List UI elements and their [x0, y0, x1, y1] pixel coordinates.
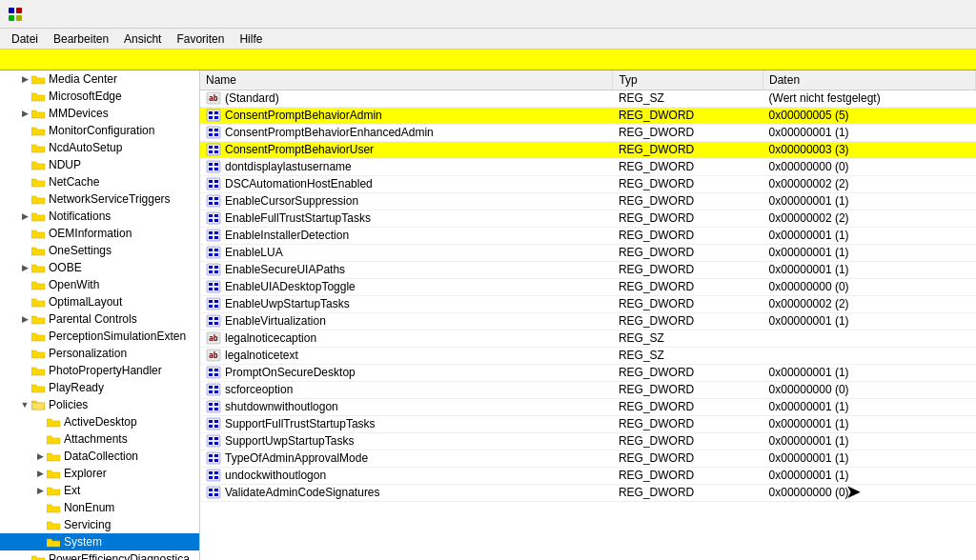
menu-item-favoriten[interactable]: Favoriten	[169, 30, 232, 48]
tree-toggle-icon[interactable]: ▶	[19, 262, 30, 273]
table-row[interactable]: ab (Standard)REG_SZ(Wert nicht festgeleg…	[200, 90, 976, 107]
folder-icon	[46, 518, 61, 531]
tree-toggle-icon[interactable]	[19, 176, 30, 188]
tree-toggle-icon[interactable]	[19, 296, 30, 308]
tree-toggle-icon[interactable]	[19, 348, 30, 359]
tree-toggle-icon[interactable]	[34, 433, 46, 445]
table-row[interactable]: ConsentPromptBehaviorEnhancedAdminREG_DW…	[200, 124, 976, 141]
table-row[interactable]: ConsentPromptBehaviorUserREG_DWORD0x0000…	[200, 141, 976, 158]
tree-item[interactable]: PowerEfficiencyDiagnostica	[0, 550, 199, 560]
tree-toggle-icon[interactable]	[19, 142, 30, 153]
tree-toggle-icon[interactable]: ▶	[19, 313, 30, 325]
tree-item[interactable]: MicrosoftEdge	[0, 88, 199, 105]
tree-item[interactable]: Attachments	[0, 430, 199, 448]
cell-type: REG_DWORD	[613, 124, 763, 141]
menu-item-datei[interactable]: Datei	[4, 30, 46, 48]
table-row[interactable]: EnableUIADesktopToggleREG_DWORD0x0000000…	[200, 278, 976, 295]
tree-toggle-icon[interactable]	[19, 90, 30, 102]
svg-rect-83	[209, 390, 213, 393]
tree-toggle-icon[interactable]	[19, 365, 30, 376]
table-row[interactable]: DSCAutomationHostEnabledREG_DWORD0x00000…	[200, 175, 976, 192]
tree-item[interactable]: OneSettings	[0, 242, 199, 259]
tree-item[interactable]: NonEnum	[0, 499, 199, 516]
table-row[interactable]: SupportFullTrustStartupTasksREG_DWORD0x0…	[200, 415, 976, 432]
tree-toggle-icon[interactable]	[19, 193, 30, 205]
menu-item-bearbeiten[interactable]: Bearbeiten	[46, 30, 116, 48]
table-row[interactable]: PromptOnSecureDesktopREG_DWORD0x00000001…	[200, 364, 976, 381]
table-row[interactable]: ab legalnoticetextREG_SZ	[200, 347, 976, 364]
tree-item[interactable]: MonitorConfiguration	[0, 122, 199, 139]
svg-rect-11	[207, 127, 220, 138]
table-row[interactable]: EnableFullTrustStartupTasksREG_DWORD0x00…	[200, 210, 976, 227]
table-row[interactable]: ab legalnoticecaptionREG_SZ	[200, 330, 976, 347]
table-row[interactable]: ConsentPromptBehaviorAdminREG_DWORD0x000…	[200, 107, 976, 124]
tree-toggle-icon[interactable]: ▶	[19, 108, 30, 119]
tree-toggle-icon[interactable]	[19, 245, 30, 256]
table-row[interactable]: EnableUwpStartupTasksREG_DWORD0x00000002…	[200, 295, 976, 312]
table-row[interactable]: EnableVirtualizationREG_DWORD0x00000001 …	[200, 312, 976, 330]
tree-toggle-icon[interactable]: ▶	[34, 485, 46, 496]
close-button[interactable]	[925, 0, 968, 29]
tree-toggle-icon[interactable]	[34, 416, 46, 428]
svg-rect-90	[207, 418, 220, 430]
table-row[interactable]: EnableCursorSuppressionREG_DWORD0x000000…	[200, 192, 976, 210]
tree-item[interactable]: ▶ Explorer	[0, 465, 199, 482]
tree-item[interactable]: OEMInformation	[0, 225, 199, 242]
table-row[interactable]: ValidateAdminCodeSignaturesREG_DWORD0x00…	[200, 484, 976, 501]
tree-item[interactable]: ActiveDesktop	[0, 413, 199, 430]
tree-item[interactable]: NDUP	[0, 156, 199, 173]
cell-name: SupportUwpStartupTasks	[200, 432, 613, 450]
tree-item-label: System	[64, 535, 102, 549]
tree-item[interactable]: ▼ Policies	[0, 396, 199, 413]
tree-toggle-icon[interactable]	[19, 553, 30, 560]
table-row[interactable]: dontdisplaylastusernameREG_DWORD0x000000…	[200, 158, 976, 175]
tree-item[interactable]: OpenWith	[0, 276, 199, 293]
maximize-button[interactable]	[879, 0, 923, 29]
tree-toggle-icon[interactable]: ▶	[19, 73, 30, 85]
table-row[interactable]: EnableLUAREG_DWORD0x00000001 (1)	[200, 244, 976, 261]
dword-icon	[206, 383, 221, 396]
tree-item[interactable]: PlayReady	[0, 379, 199, 396]
tree-item[interactable]: PerceptionSimulationExten	[0, 328, 199, 345]
tree-toggle-icon[interactable]: ▶	[19, 210, 30, 222]
tree-item[interactable]: ▶ Media Center	[0, 70, 199, 88]
table-row[interactable]: EnableSecureUIAPathsREG_DWORD0x00000001 …	[200, 261, 976, 278]
tree-item[interactable]: ▶ Ext	[0, 482, 199, 499]
tree-item[interactable]: OptimalLayout	[0, 293, 199, 310]
tree-item[interactable]: ▶ MMDevices	[0, 105, 199, 122]
detail-panel[interactable]: Name Typ Daten ab (Standard)REG_SZ(Wert …	[200, 70, 976, 560]
table-row[interactable]: scforceоptionREG_DWORD0x00000000 (0)	[200, 381, 976, 398]
table-row[interactable]: undockwithoutlogonREG_DWORD0x00000001 (1…	[200, 467, 976, 484]
tree-toggle-icon[interactable]: ▶	[34, 450, 46, 462]
tree-toggle-icon[interactable]	[19, 159, 30, 170]
tree-toggle-icon[interactable]	[34, 502, 46, 513]
menu-item-hilfe[interactable]: Hilfe	[232, 30, 270, 48]
tree-toggle-icon[interactable]: ▼	[19, 399, 30, 410]
table-row[interactable]: EnableInstallerDetectionREG_DWORD0x00000…	[200, 227, 976, 244]
tree-item[interactable]: ▶ DataCollection	[0, 448, 199, 465]
tree-toggle-icon[interactable]	[19, 125, 30, 136]
tree-item[interactable]: NcdAutoSetup	[0, 139, 199, 156]
tree-toggle-icon[interactable]	[34, 519, 46, 530]
tree-toggle-icon[interactable]	[19, 330, 30, 342]
table-row[interactable]: shutdownwithoutlogonREG_DWORD0x00000001 …	[200, 398, 976, 415]
tree-toggle-icon[interactable]	[34, 536, 46, 548]
tree-toggle-icon[interactable]	[19, 382, 30, 393]
tree-toggle-icon[interactable]	[19, 228, 30, 239]
tree-item[interactable]: ▶ Parental Controls	[0, 310, 199, 328]
table-row[interactable]: TypeOfAdminApprovalModeREG_DWORD0x000000…	[200, 450, 976, 467]
tree-item[interactable]: Personalization	[0, 345, 199, 362]
tree-item[interactable]: Servicing	[0, 516, 199, 533]
tree-item[interactable]: ▶ OOBE	[0, 259, 199, 276]
tree-item[interactable]: System	[0, 533, 199, 550]
tree-panel[interactable]: ▶ Media Center MicrosoftEdge▶ MMDevices …	[0, 70, 200, 560]
table-row[interactable]: SupportUwpStartupTasksREG_DWORD0x0000000…	[200, 432, 976, 450]
tree-item[interactable]: NetCache	[0, 173, 199, 190]
tree-toggle-icon[interactable]: ▶	[34, 468, 46, 479]
tree-item[interactable]: PhotoPropertyHandler	[0, 362, 199, 379]
menu-item-ansicht[interactable]: Ansicht	[116, 30, 169, 48]
tree-item[interactable]: NetworkServiceTriggers	[0, 190, 199, 208]
minimize-button[interactable]	[833, 0, 877, 29]
tree-item[interactable]: ▶ Notifications	[0, 208, 199, 225]
tree-toggle-icon[interactable]	[19, 279, 30, 290]
